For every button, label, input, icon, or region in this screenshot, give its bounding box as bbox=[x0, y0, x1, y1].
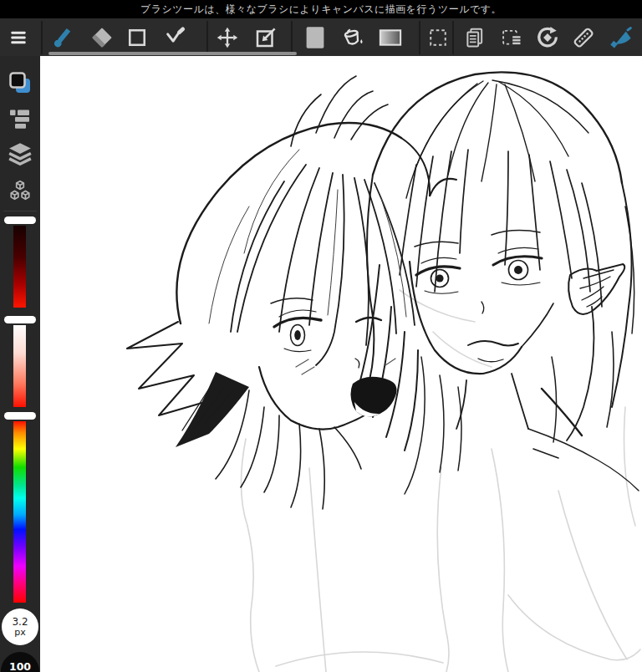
tooltip-banner: ブラシツールは、様々なブラシによりキャンバスに描画を行うツールです。 bbox=[0, 0, 642, 18]
saturation-slider-handle[interactable] bbox=[4, 316, 36, 323]
toolbar bbox=[0, 18, 642, 56]
airbrush-icon bbox=[609, 24, 635, 51]
toolbar-separator bbox=[291, 21, 293, 54]
tool-brush[interactable] bbox=[48, 18, 79, 56]
layers-button[interactable] bbox=[0, 139, 40, 169]
paint-bucket-icon bbox=[340, 25, 365, 50]
drawing-canvas[interactable] bbox=[40, 56, 642, 672]
sidebar-divider bbox=[3, 211, 37, 211]
brush-size-button[interactable]: 3.2 px bbox=[2, 608, 38, 645]
hue-slider-handle[interactable] bbox=[4, 412, 36, 420]
tool-polyline[interactable] bbox=[160, 18, 191, 56]
zoom-badge[interactable]: 100 % bbox=[1, 652, 39, 672]
toolbar-separator bbox=[206, 21, 208, 54]
toolbar-separator bbox=[452, 21, 454, 54]
brush-list-icon bbox=[8, 108, 32, 130]
materials-cubes-icon bbox=[8, 179, 33, 202]
app-window: ブラシツールは、様々なブラシによりキャンバスに描画を行うツールです。 bbox=[0, 0, 642, 672]
saturation-slider-track[interactable] bbox=[13, 323, 26, 407]
selection-lines-icon bbox=[500, 26, 523, 49]
menu-button[interactable] bbox=[3, 18, 34, 56]
tool-eraser[interactable] bbox=[86, 18, 118, 56]
zoom-value: 100 bbox=[9, 661, 31, 672]
color-pair-button[interactable] bbox=[0, 68, 40, 98]
brush-size-value: 3.2 bbox=[12, 617, 28, 628]
hue-slider-track[interactable] bbox=[13, 420, 26, 603]
brush-icon bbox=[51, 25, 76, 50]
tool-copy[interactable] bbox=[459, 18, 491, 56]
materials-button[interactable] bbox=[0, 176, 40, 206]
tool-airbrush[interactable] bbox=[606, 18, 638, 56]
ruler-icon bbox=[571, 25, 596, 50]
tool-solid-color[interactable] bbox=[299, 18, 331, 56]
tool-rectangle[interactable] bbox=[121, 18, 153, 56]
color-square-icon bbox=[303, 25, 327, 50]
foreground-background-color-icon bbox=[8, 70, 33, 95]
polyline-pen-icon bbox=[164, 26, 187, 49]
toolbar-scroll-indicator[interactable] bbox=[48, 52, 297, 55]
tool-gradient[interactable] bbox=[374, 18, 406, 56]
toolbar-separator bbox=[41, 21, 43, 54]
tooltip-banner-text: ブラシツールは、様々なブラシによりキャンバスに描画を行うツールです。 bbox=[140, 3, 502, 17]
gradient-icon bbox=[378, 26, 403, 49]
tool-transform[interactable] bbox=[250, 18, 282, 56]
value-slider-track[interactable] bbox=[13, 224, 26, 308]
eraser-icon bbox=[90, 26, 114, 49]
brush-panel-button[interactable] bbox=[0, 104, 40, 133]
tool-ruler[interactable] bbox=[568, 18, 599, 56]
tool-select-options[interactable] bbox=[496, 18, 527, 56]
rectangle-icon bbox=[125, 26, 149, 49]
tool-move[interactable] bbox=[211, 18, 243, 56]
tool-fill[interactable] bbox=[337, 18, 369, 56]
move-arrows-icon bbox=[216, 26, 239, 49]
dashed-selection-icon bbox=[426, 26, 450, 49]
tool-select-marquee[interactable] bbox=[422, 18, 454, 56]
sketch-artwork bbox=[40, 56, 642, 672]
brush-size-unit: px bbox=[14, 628, 26, 638]
toolbar-separator bbox=[419, 21, 420, 54]
hamburger-menu-icon bbox=[8, 27, 29, 48]
value-slider-handle[interactable] bbox=[4, 216, 36, 224]
rotate-icon bbox=[535, 25, 560, 50]
tool-rotate-reset[interactable] bbox=[532, 18, 563, 56]
layers-icon bbox=[8, 141, 33, 166]
document-copy-icon bbox=[463, 26, 487, 49]
sidebar: 3.2 px 100 % bbox=[0, 56, 40, 672]
transform-icon bbox=[253, 25, 278, 50]
